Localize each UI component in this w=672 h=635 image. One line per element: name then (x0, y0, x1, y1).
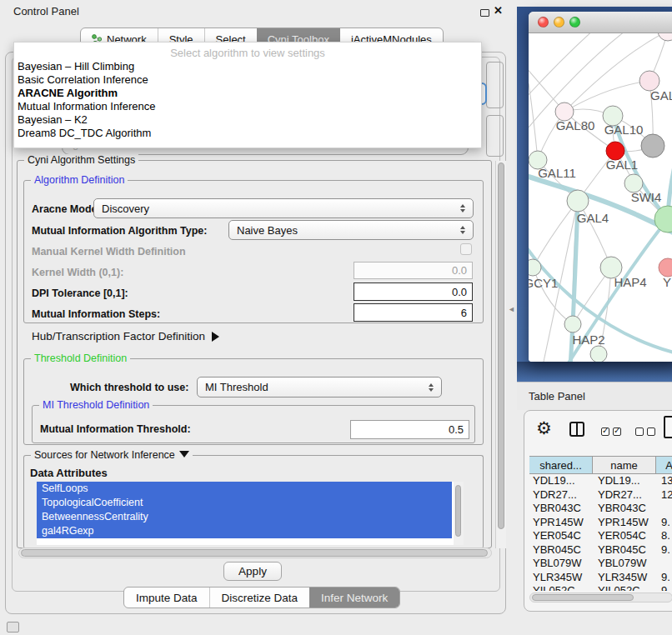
algorithm-option-aracne[interactable]: ARACNE Algorithm (14, 87, 481, 100)
gear-icon[interactable]: ⚙ (536, 419, 552, 437)
settings-hscrollbar-thumb[interactable] (21, 549, 488, 557)
manual-kernel-label: Manual Kernel Width Definition (32, 246, 186, 258)
tab-impute-data[interactable]: Impute Data (124, 588, 209, 608)
table-row[interactable]: YBR043CYBR043C (524, 502, 672, 516)
control-panel-title: Control Panel (13, 5, 79, 18)
mi-type-combobox[interactable]: Naive Bayes (228, 220, 474, 240)
settings-horizontal-scrollbar[interactable] (18, 548, 492, 558)
table-row[interactable]: YBL079WYBL079W (524, 557, 672, 571)
network-node[interactable] (641, 134, 664, 158)
column-header-extra[interactable]: A (656, 456, 672, 474)
column-header-shared[interactable]: shared... (529, 456, 593, 474)
zoom-traffic-light-icon[interactable] (569, 17, 580, 28)
select-all-checkboxes-icon[interactable] (601, 428, 621, 436)
minimized-panel-icon[interactable] (7, 622, 19, 632)
network-node-gal4[interactable] (567, 190, 589, 212)
node-label: GCY1 (529, 276, 558, 290)
hub-factor-section-header[interactable]: Hub/Transcription Factor Definition (32, 330, 219, 342)
mi-type-label: Mutual Information Algorithm Type: (32, 225, 207, 237)
background-groupbox-fragment (486, 62, 504, 108)
algorithm-option[interactable]: Mutual Information Inference (14, 100, 481, 113)
algorithm-option[interactable]: Basic Correlation Inference (14, 73, 481, 87)
node-label: GAL4 (577, 211, 609, 225)
settings-vertical-scrollbar[interactable] (495, 161, 506, 548)
dpi-tolerance-field[interactable]: 0.0 (354, 282, 473, 301)
apply-button[interactable]: Apply (223, 562, 282, 581)
list-item[interactable]: SelfLoops (37, 482, 452, 496)
screen: Control Panel ✕ Network Style Select Cyn… (0, 0, 672, 635)
tab-infer-network[interactable]: Infer Network (309, 588, 399, 608)
node-label: Y (663, 275, 671, 289)
table-panel: ⚙ shared... name A YDL19...YDL19...13 YD… (524, 410, 672, 612)
node-label: GAL1 (606, 158, 638, 172)
column-header-name[interactable]: name (593, 456, 656, 474)
network-node-gcy1[interactable] (529, 259, 541, 276)
table-hscrollbar-thumb[interactable] (532, 594, 634, 601)
mi-steps-field[interactable]: 6 (354, 303, 473, 322)
cyni-algorithm-settings-title: Cyni Algorithm Settings (24, 154, 138, 166)
node-label: SWI4 (631, 190, 662, 204)
list-item[interactable]: TopologicalCoefficient (37, 496, 452, 510)
dpi-tolerance-label: DPI Tolerance [0,1]: (32, 288, 128, 299)
network-graph: GAL GAL80 GAL10 GAL1 GAL11 SWI4 GAL4 GCY… (529, 33, 672, 362)
algorithm-option[interactable]: Bayesian – K2 (14, 113, 481, 127)
aracne-mode-label: Aracne Mode: (32, 203, 101, 215)
float-window-icon[interactable] (480, 9, 489, 17)
list-item[interactable]: BetweennessCentrality (37, 510, 452, 524)
tab-discretize-data[interactable]: Discretize Data (209, 588, 310, 608)
combobox-stepper-icon (460, 204, 465, 212)
network-node-hap2[interactable] (564, 316, 581, 332)
mi-threshold-label: Mutual Information Threshold: (40, 423, 191, 435)
network-node[interactable] (659, 258, 672, 277)
settings-scrollbar-thumb[interactable] (498, 162, 504, 529)
splitpane-toggle-icon[interactable]: ◄ (508, 305, 515, 313)
mi-threshold-title: MI Threshold Definition (39, 399, 153, 411)
node-label: HAP4 (614, 275, 646, 289)
data-attributes-list[interactable]: SelfLoops TopologicalCoefficient Between… (37, 482, 464, 545)
close-icon[interactable]: ✕ (494, 4, 503, 17)
table-row[interactable]: YIL052CYIL052C9 (524, 584, 672, 591)
network-node[interactable] (590, 346, 607, 362)
mi-threshold-field[interactable]: 0.5 (350, 420, 469, 439)
table-row[interactable]: YLR345WYLR345W9. (524, 571, 672, 585)
list-vertical-scrollbar[interactable] (454, 482, 464, 545)
column-settings-icon[interactable] (569, 422, 584, 437)
collapse-arrow-icon (179, 451, 189, 458)
network-canvas[interactable]: GAL GAL80 GAL10 GAL1 GAL11 SWI4 GAL4 GCY… (529, 33, 672, 362)
network-node[interactable] (658, 33, 672, 41)
window-shadow (517, 362, 672, 382)
mi-steps-label: Mutual Information Steps: (32, 308, 160, 320)
algorithm-option[interactable]: Dream8 DC_TDC Algorithm (14, 127, 481, 140)
which-threshold-combobox[interactable]: MI Threshold (197, 377, 442, 398)
node-label: GAL80 (556, 118, 595, 132)
network-node[interactable] (654, 206, 672, 232)
network-window-titlebar[interactable] (529, 12, 672, 33)
list-scrollbar-thumb[interactable] (455, 485, 461, 537)
table-row[interactable]: YPR145WYPR145W9. (524, 516, 672, 530)
which-threshold-label: Which threshold to use: (70, 382, 188, 393)
network-view-window[interactable]: GAL GAL80 GAL10 GAL1 GAL11 SWI4 GAL4 GCY… (529, 12, 672, 362)
table-row[interactable]: YDL19...YDL19...13 (524, 474, 672, 488)
aracne-mode-combobox[interactable]: Discovery (93, 198, 474, 218)
list-item[interactable]: gal4RGexp (37, 524, 452, 538)
background-groupbox-fragment-2 (486, 115, 504, 157)
close-traffic-light-icon[interactable] (538, 17, 549, 28)
table-horizontal-scrollbar[interactable] (529, 592, 672, 602)
manual-kernel-checkbox[interactable] (460, 243, 472, 255)
kernel-width-label: Kernel Width (0,1): (32, 267, 123, 278)
combobox-stepper-icon (429, 383, 434, 392)
expand-arrow-icon (212, 332, 219, 342)
bottom-tabs: Impute Data Discretize Data Infer Networ… (123, 587, 400, 608)
data-attributes-label: Data Attributes (30, 467, 108, 479)
table-row[interactable]: YDR27...YDR27...12 (524, 488, 672, 502)
minimize-traffic-light-icon[interactable] (554, 17, 564, 28)
algorithm-option[interactable]: Bayesian – Hill Climbing (14, 60, 481, 73)
table-row[interactable]: YER054CYER054C8. (524, 529, 672, 543)
deselect-all-checkboxes-icon[interactable] (635, 428, 655, 436)
export-table-icon[interactable] (664, 416, 672, 438)
table-row[interactable]: YBR045CYBR045C9. (524, 543, 672, 558)
network-node-labels: GAL GAL80 GAL10 GAL1 GAL11 SWI4 GAL4 GCY… (529, 88, 672, 347)
table-body: YDL19...YDL19...13 YDR27...YDR27...12 YB… (524, 474, 672, 591)
kernel-width-field[interactable]: 0.0 (354, 262, 473, 279)
sources-title: Sources for Network Inference (31, 449, 193, 461)
